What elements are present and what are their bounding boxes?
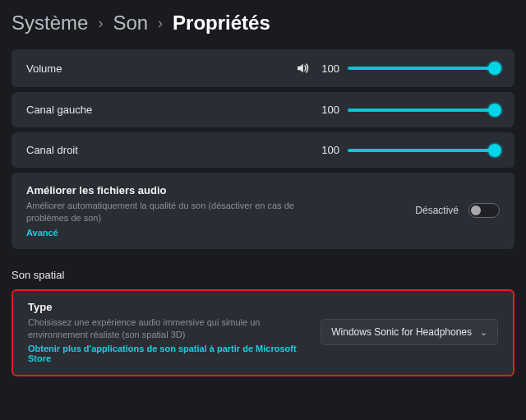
volume-row: Volume 100 (12, 49, 514, 87)
dropdown-selected-label: Windows Sonic for Headphones (331, 326, 472, 338)
spatial-store-link[interactable]: Obtenir plus d'applications de son spati… (28, 344, 309, 363)
enhance-toggle[interactable] (468, 203, 500, 218)
spatial-sound-heading: Son spatial (12, 269, 514, 281)
spatial-type-dropdown[interactable]: Windows Sonic for Headphones ⌄ (321, 319, 498, 345)
volume-value: 100 (318, 62, 339, 75)
left-channel-value: 100 (318, 104, 339, 116)
svg-marker-0 (298, 64, 303, 73)
enhance-state-label: Désactivé (415, 205, 459, 216)
left-channel-row: Canal gauche 100 (12, 92, 514, 127)
right-channel-value: 100 (318, 144, 339, 156)
breadcrumb-sound[interactable]: Son (113, 12, 148, 35)
spatial-type-title: Type (28, 301, 309, 313)
breadcrumb: Système › Son › Propriétés (0, 0, 526, 49)
chevron-down-icon: ⌄ (480, 327, 487, 338)
right-channel-slider[interactable] (348, 149, 500, 152)
slider-thumb[interactable] (488, 144, 501, 157)
chevron-right-icon: › (98, 15, 103, 32)
slider-thumb[interactable] (488, 104, 501, 117)
volume-slider[interactable] (348, 67, 500, 70)
volume-label: Volume (26, 62, 100, 75)
chevron-right-icon: › (158, 15, 163, 32)
enhance-description: Améliorer automatiquement la qualité du … (26, 200, 339, 224)
enhance-title: Améliorer les fichiers audio (26, 184, 399, 196)
right-channel-row: Canal droit 100 (12, 132, 514, 168)
slider-thumb[interactable] (488, 62, 501, 75)
breadcrumb-system[interactable]: Système (12, 12, 88, 35)
spatial-type-row: Type Choisissez une expérience audio imm… (12, 289, 514, 377)
breadcrumb-current: Propriétés (173, 12, 270, 35)
left-channel-label: Canal gauche (26, 104, 100, 116)
speaker-icon[interactable] (295, 61, 310, 76)
left-channel-slider[interactable] (348, 108, 500, 112)
enhance-advanced-link[interactable]: Avancé (26, 228, 399, 238)
enhance-audio-row: Améliorer les fichiers audio Améliorer a… (12, 173, 514, 249)
spatial-type-description: Choisissez une expérience audio immersiv… (28, 316, 309, 341)
right-channel-label: Canal droit (26, 144, 100, 156)
